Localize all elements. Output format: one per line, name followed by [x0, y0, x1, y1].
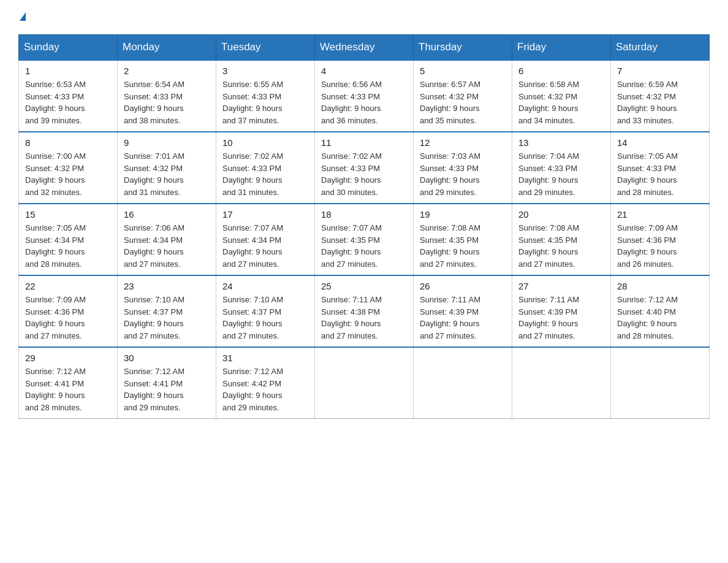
calendar-week-row: 29 Sunrise: 7:12 AM Sunset: 4:41 PM Dayl… [19, 347, 710, 419]
day-info: Sunrise: 7:09 AM Sunset: 4:36 PM Dayligh… [617, 222, 703, 270]
day-info: Sunrise: 7:01 AM Sunset: 4:32 PM Dayligh… [124, 150, 210, 198]
calendar-day-cell: 14 Sunrise: 7:05 AM Sunset: 4:33 PM Dayl… [611, 132, 710, 204]
day-info: Sunrise: 7:11 AM Sunset: 4:38 PM Dayligh… [321, 294, 407, 342]
calendar-header-row: SundayMondayTuesdayWednesdayThursdayFrid… [19, 35, 710, 61]
calendar-day-cell: 27 Sunrise: 7:11 AM Sunset: 4:39 PM Dayl… [512, 275, 611, 347]
day-number: 19 [420, 209, 506, 220]
day-info: Sunrise: 7:12 AM Sunset: 4:41 PM Dayligh… [124, 366, 210, 413]
calendar-day-cell: 16 Sunrise: 7:06 AM Sunset: 4:34 PM Dayl… [118, 204, 216, 275]
day-info: Sunrise: 7:06 AM Sunset: 4:34 PM Dayligh… [124, 222, 210, 270]
day-number: 27 [518, 281, 604, 291]
day-number: 2 [124, 66, 210, 76]
day-of-week-header: Thursday [414, 35, 512, 61]
day-number: 8 [25, 137, 111, 148]
day-number: 13 [518, 137, 604, 148]
day-of-week-header: Monday [118, 35, 216, 61]
calendar-day-cell: 24 Sunrise: 7:10 AM Sunset: 4:37 PM Dayl… [216, 275, 315, 347]
calendar-week-row: 1 Sunrise: 6:53 AM Sunset: 4:33 PM Dayli… [19, 60, 710, 132]
day-info: Sunrise: 7:05 AM Sunset: 4:33 PM Dayligh… [617, 150, 703, 198]
day-number: 4 [321, 66, 407, 76]
day-info: Sunrise: 7:08 AM Sunset: 4:35 PM Dayligh… [518, 222, 604, 270]
calendar-day-cell: 13 Sunrise: 7:04 AM Sunset: 4:33 PM Dayl… [512, 132, 611, 204]
day-number: 23 [124, 281, 210, 291]
day-number: 31 [222, 353, 308, 363]
day-number: 17 [222, 209, 308, 220]
day-number: 25 [321, 281, 407, 291]
day-of-week-header: Wednesday [315, 35, 414, 61]
calendar-day-cell: 7 Sunrise: 6:59 AM Sunset: 4:32 PM Dayli… [611, 60, 710, 132]
calendar-day-cell: 22 Sunrise: 7:09 AM Sunset: 4:36 PM Dayl… [19, 275, 118, 347]
calendar-day-cell: 23 Sunrise: 7:10 AM Sunset: 4:37 PM Dayl… [118, 275, 216, 347]
day-of-week-header: Tuesday [216, 35, 315, 61]
calendar-day-cell: 21 Sunrise: 7:09 AM Sunset: 4:36 PM Dayl… [611, 204, 710, 275]
day-info: Sunrise: 7:02 AM Sunset: 4:33 PM Dayligh… [321, 150, 407, 198]
calendar-week-row: 15 Sunrise: 7:05 AM Sunset: 4:34 PM Dayl… [19, 204, 710, 275]
day-number: 3 [222, 66, 308, 76]
day-info: Sunrise: 7:07 AM Sunset: 4:35 PM Dayligh… [321, 222, 407, 270]
day-number: 30 [124, 353, 210, 363]
calendar-day-cell [315, 347, 414, 419]
calendar-day-cell: 31 Sunrise: 7:12 AM Sunset: 4:42 PM Dayl… [216, 347, 315, 419]
day-info: Sunrise: 6:57 AM Sunset: 4:32 PM Dayligh… [420, 79, 506, 126]
day-info: Sunrise: 6:59 AM Sunset: 4:32 PM Dayligh… [617, 79, 703, 126]
day-number: 7 [617, 66, 703, 76]
calendar-day-cell: 29 Sunrise: 7:12 AM Sunset: 4:41 PM Dayl… [19, 347, 118, 419]
logo [18, 12, 26, 22]
day-number: 14 [617, 137, 703, 148]
day-of-week-header: Saturday [611, 35, 710, 61]
calendar-day-cell [414, 347, 512, 419]
day-info: Sunrise: 7:09 AM Sunset: 4:36 PM Dayligh… [25, 294, 111, 342]
calendar-day-cell: 3 Sunrise: 6:55 AM Sunset: 4:33 PM Dayli… [216, 60, 315, 132]
day-number: 16 [124, 209, 210, 220]
page-header [18, 12, 710, 22]
calendar-day-cell: 17 Sunrise: 7:07 AM Sunset: 4:34 PM Dayl… [216, 204, 315, 275]
day-info: Sunrise: 6:53 AM Sunset: 4:33 PM Dayligh… [25, 79, 111, 126]
calendar-day-cell: 12 Sunrise: 7:03 AM Sunset: 4:33 PM Dayl… [414, 132, 512, 204]
day-number: 12 [420, 137, 506, 148]
calendar-day-cell: 6 Sunrise: 6:58 AM Sunset: 4:32 PM Dayli… [512, 60, 611, 132]
day-number: 21 [617, 209, 703, 220]
day-info: Sunrise: 7:11 AM Sunset: 4:39 PM Dayligh… [518, 294, 604, 342]
calendar-day-cell: 2 Sunrise: 6:54 AM Sunset: 4:33 PM Dayli… [118, 60, 216, 132]
calendar-day-cell: 18 Sunrise: 7:07 AM Sunset: 4:35 PM Dayl… [315, 204, 414, 275]
calendar-day-cell: 20 Sunrise: 7:08 AM Sunset: 4:35 PM Dayl… [512, 204, 611, 275]
day-number: 18 [321, 209, 407, 220]
day-info: Sunrise: 7:11 AM Sunset: 4:39 PM Dayligh… [420, 294, 506, 342]
calendar-week-row: 8 Sunrise: 7:00 AM Sunset: 4:32 PM Dayli… [19, 132, 710, 204]
day-info: Sunrise: 7:02 AM Sunset: 4:33 PM Dayligh… [222, 150, 308, 198]
day-number: 10 [222, 137, 308, 148]
calendar-day-cell: 30 Sunrise: 7:12 AM Sunset: 4:41 PM Dayl… [118, 347, 216, 419]
day-number: 15 [25, 209, 111, 220]
day-info: Sunrise: 7:04 AM Sunset: 4:33 PM Dayligh… [518, 150, 604, 198]
calendar-day-cell: 19 Sunrise: 7:08 AM Sunset: 4:35 PM Dayl… [414, 204, 512, 275]
calendar-day-cell: 1 Sunrise: 6:53 AM Sunset: 4:33 PM Dayli… [19, 60, 118, 132]
day-number: 1 [25, 66, 111, 76]
day-info: Sunrise: 7:10 AM Sunset: 4:37 PM Dayligh… [222, 294, 308, 342]
calendar-day-cell: 11 Sunrise: 7:02 AM Sunset: 4:33 PM Dayl… [315, 132, 414, 204]
calendar-day-cell: 28 Sunrise: 7:12 AM Sunset: 4:40 PM Dayl… [611, 275, 710, 347]
calendar-week-row: 22 Sunrise: 7:09 AM Sunset: 4:36 PM Dayl… [19, 275, 710, 347]
day-info: Sunrise: 7:00 AM Sunset: 4:32 PM Dayligh… [25, 150, 111, 198]
day-number: 24 [222, 281, 308, 291]
day-of-week-header: Sunday [19, 35, 118, 61]
calendar-day-cell [611, 347, 710, 419]
calendar-table: SundayMondayTuesdayWednesdayThursdayFrid… [18, 34, 710, 419]
calendar-day-cell: 10 Sunrise: 7:02 AM Sunset: 4:33 PM Dayl… [216, 132, 315, 204]
logo-triangle-icon [20, 12, 26, 21]
calendar-day-cell: 25 Sunrise: 7:11 AM Sunset: 4:38 PM Dayl… [315, 275, 414, 347]
day-number: 28 [617, 281, 703, 291]
calendar-day-cell: 4 Sunrise: 6:56 AM Sunset: 4:33 PM Dayli… [315, 60, 414, 132]
day-info: Sunrise: 6:55 AM Sunset: 4:33 PM Dayligh… [222, 79, 308, 126]
day-number: 11 [321, 137, 407, 148]
day-number: 26 [420, 281, 506, 291]
day-number: 29 [25, 353, 111, 363]
day-number: 20 [518, 209, 604, 220]
day-number: 5 [420, 66, 506, 76]
day-info: Sunrise: 6:56 AM Sunset: 4:33 PM Dayligh… [321, 79, 407, 126]
day-info: Sunrise: 7:08 AM Sunset: 4:35 PM Dayligh… [420, 222, 506, 270]
calendar-day-cell: 15 Sunrise: 7:05 AM Sunset: 4:34 PM Dayl… [19, 204, 118, 275]
calendar-day-cell: 9 Sunrise: 7:01 AM Sunset: 4:32 PM Dayli… [118, 132, 216, 204]
calendar-day-cell: 8 Sunrise: 7:00 AM Sunset: 4:32 PM Dayli… [19, 132, 118, 204]
day-info: Sunrise: 7:12 AM Sunset: 4:41 PM Dayligh… [25, 366, 111, 413]
calendar-day-cell [512, 347, 611, 419]
